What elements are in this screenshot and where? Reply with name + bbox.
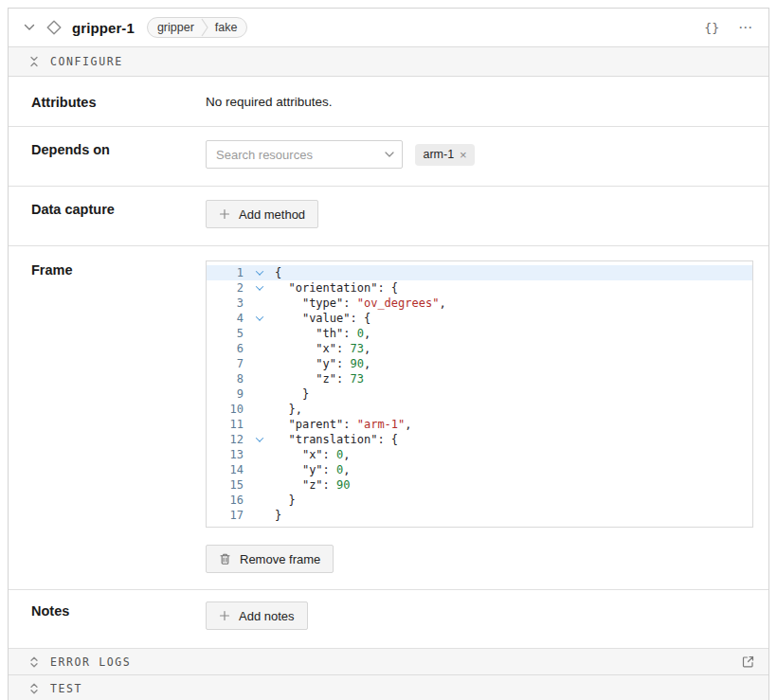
line-number: 17 <box>207 508 244 523</box>
fold-gutter-empty <box>244 477 275 493</box>
resource-header: gripper-1 gripper fake {} ⋯ <box>9 9 768 47</box>
line-number: 15 <box>207 477 244 493</box>
collapse-chevron-icon[interactable] <box>24 24 35 31</box>
code-line-15[interactable]: 15 "z": 90 <box>207 477 752 493</box>
badge-divider-chevron-icon <box>201 17 208 38</box>
dependency-chip-label: arm-1 <box>423 148 454 161</box>
line-number: 10 <box>207 402 244 417</box>
code-line-1[interactable]: 1{ <box>207 265 752 280</box>
fold-gutter-empty <box>244 447 275 462</box>
code-line-14[interactable]: 14 "y": 0, <box>207 462 752 477</box>
fold-gutter[interactable] <box>244 311 275 326</box>
add-method-label: Add method <box>239 207 305 222</box>
depends-on-row: Depends on arm-1 × <box>9 127 768 187</box>
frame-label: Frame <box>23 260 206 574</box>
code-text: } <box>275 493 296 508</box>
code-text: "translation": { <box>275 432 398 447</box>
badge-type: gripper <box>148 18 201 37</box>
line-number: 3 <box>207 296 244 311</box>
code-line-2[interactable]: 2 "orientation": { <box>207 280 752 296</box>
collapse-vertical-icon <box>28 56 40 67</box>
code-line-3[interactable]: 3 "type": "ov_degrees", <box>207 296 752 311</box>
fold-chevron-icon[interactable] <box>255 313 262 320</box>
remove-dependency-icon[interactable]: × <box>460 149 467 161</box>
frame-json-editor[interactable]: 1{2 "orientation": {3 "type": "ov_degree… <box>206 260 753 528</box>
configure-bar-label: CONFIGURE <box>50 55 123 68</box>
fold-chevron-icon[interactable] <box>255 434 262 441</box>
fold-chevron-icon[interactable] <box>255 282 262 290</box>
fold-gutter-empty <box>244 371 275 386</box>
test-bar-label: TEST <box>50 682 82 695</box>
add-notes-label: Add notes <box>239 609 295 623</box>
depends-search-combobox <box>206 140 403 169</box>
code-text: "x": 0, <box>275 447 351 462</box>
code-text: "parent": "arm-1", <box>275 417 412 432</box>
code-line-4[interactable]: 4 "value": { <box>207 311 752 326</box>
test-section-bar[interactable]: TEST <box>9 675 768 700</box>
code-line-16[interactable]: 16 } <box>207 493 752 508</box>
fold-gutter[interactable] <box>244 432 275 447</box>
code-text: "type": "ov_degrees", <box>275 296 446 311</box>
fold-gutter-empty <box>244 402 275 417</box>
resource-card: gripper-1 gripper fake {} ⋯ CONFIGURE At… <box>8 8 769 700</box>
code-text: "x": 73, <box>275 341 370 356</box>
configure-section-bar[interactable]: CONFIGURE <box>9 47 768 77</box>
code-line-17[interactable]: 17} <box>207 508 752 523</box>
line-number: 2 <box>207 280 244 296</box>
attributes-row: Attributes No required attributes. <box>9 77 768 127</box>
code-text: { <box>275 265 281 280</box>
code-line-9[interactable]: 9 } <box>207 386 752 402</box>
badge-model: fake <box>208 18 247 37</box>
line-number: 12 <box>207 432 244 447</box>
fold-chevron-icon[interactable] <box>255 267 262 275</box>
notes-row: Notes Add notes <box>9 590 768 649</box>
code-line-7[interactable]: 7 "y": 90, <box>207 356 752 371</box>
add-notes-button[interactable]: Add notes <box>206 601 308 630</box>
error-logs-bar-label: ERROR LOGS <box>50 655 131 669</box>
menu-ellipsis-icon[interactable]: ⋯ <box>738 23 753 32</box>
fold-gutter[interactable] <box>244 280 275 296</box>
code-line-11[interactable]: 11 "parent": "arm-1", <box>207 417 752 432</box>
line-number: 1 <box>207 265 244 280</box>
attributes-label: Attributes <box>23 93 206 111</box>
plus-icon <box>219 208 230 220</box>
code-line-8[interactable]: 8 "z": 73 <box>207 371 752 386</box>
line-number: 13 <box>207 447 244 462</box>
expand-vertical-icon <box>28 656 40 668</box>
code-line-13[interactable]: 13 "x": 0, <box>207 447 752 462</box>
fold-gutter[interactable] <box>244 265 275 280</box>
trash-icon <box>219 552 231 565</box>
add-method-button[interactable]: Add method <box>206 200 318 228</box>
data-capture-label: Data capture <box>23 200 206 230</box>
remove-frame-label: Remove frame <box>240 552 320 566</box>
line-number: 5 <box>207 326 244 341</box>
fold-gutter-empty <box>244 508 275 523</box>
open-external-icon[interactable] <box>741 655 755 669</box>
line-number: 9 <box>207 386 244 402</box>
code-line-12[interactable]: 12 "translation": { <box>207 432 752 447</box>
code-editor-lines: 1{2 "orientation": {3 "type": "ov_degree… <box>207 265 752 523</box>
plus-icon <box>219 610 230 621</box>
code-line-5[interactable]: 5 "th": 0, <box>207 326 752 341</box>
code-line-10[interactable]: 10 }, <box>207 402 752 417</box>
attributes-value: No required attributes. <box>206 93 753 109</box>
data-capture-row: Data capture Add method <box>9 187 768 246</box>
depends-on-label: Depends on <box>23 140 206 171</box>
remove-frame-button[interactable]: Remove frame <box>206 545 334 573</box>
resource-type-badges: gripper fake <box>147 17 248 38</box>
line-number: 16 <box>207 493 244 508</box>
line-number: 6 <box>207 341 244 356</box>
code-line-6[interactable]: 6 "x": 73, <box>207 341 752 356</box>
search-resources-input[interactable] <box>206 140 403 169</box>
error-logs-section-bar[interactable]: ERROR LOGS <box>9 649 768 675</box>
dependency-chip: arm-1 × <box>415 144 474 166</box>
json-mode-icon[interactable]: {} <box>704 21 719 35</box>
fold-gutter-empty <box>244 296 275 311</box>
fold-gutter-empty <box>244 341 275 356</box>
resource-title: gripper-1 <box>72 20 135 36</box>
fold-gutter-empty <box>244 493 275 508</box>
fold-gutter-empty <box>244 356 275 371</box>
line-number: 14 <box>207 462 244 477</box>
fold-gutter-empty <box>244 417 275 432</box>
code-text: } <box>275 386 309 402</box>
